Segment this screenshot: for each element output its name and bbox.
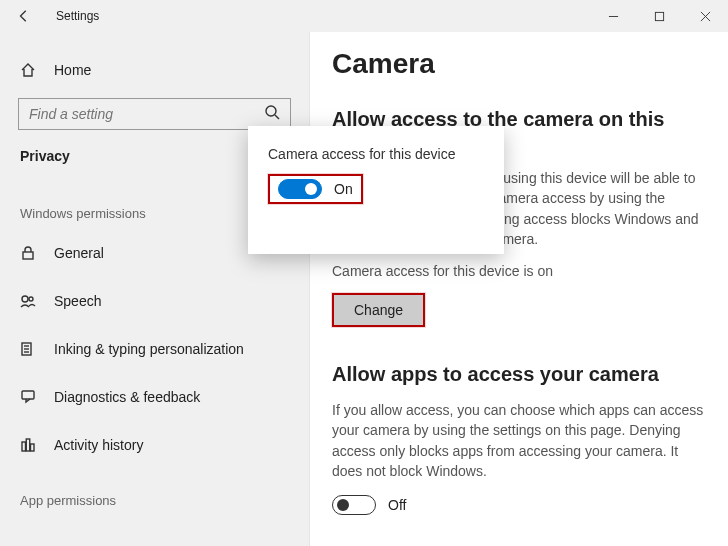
sidebar-item-speech[interactable]: Speech <box>0 277 309 325</box>
search-input[interactable] <box>29 106 264 122</box>
svg-point-7 <box>22 296 28 302</box>
sidebar-group-app-permissions: App permissions <box>0 469 309 516</box>
maximize-button[interactable] <box>636 0 682 32</box>
sidebar-item-label: Speech <box>54 293 101 309</box>
minimize-button[interactable] <box>590 0 636 32</box>
sidebar-item-home[interactable]: Home <box>0 50 309 90</box>
device-access-toggle-label: On <box>334 181 353 197</box>
main-content: Camera Allow access to the camera on thi… <box>310 32 728 546</box>
svg-point-8 <box>29 297 33 301</box>
settings-window: Settings Home Privacy <box>0 0 728 546</box>
device-access-toggle[interactable] <box>278 179 322 199</box>
sidebar-item-label: Diagnostics & feedback <box>54 389 200 405</box>
section1-status: Camera access for this device is on <box>332 263 706 279</box>
svg-rect-13 <box>22 391 34 399</box>
home-icon <box>20 62 36 78</box>
svg-rect-6 <box>23 252 33 259</box>
apps-access-toggle[interactable] <box>332 495 376 515</box>
highlight-toggle: On <box>268 174 363 204</box>
svg-rect-1 <box>655 12 663 20</box>
lock-icon <box>20 245 36 261</box>
change-button[interactable]: Change <box>334 295 423 325</box>
apps-access-toggle-label: Off <box>388 497 406 513</box>
history-icon <box>20 437 36 453</box>
sidebar-item-label: Home <box>54 62 91 78</box>
close-button[interactable] <box>682 0 728 32</box>
sidebar-item-label: Inking & typing personalization <box>54 341 244 357</box>
svg-line-5 <box>275 115 279 119</box>
camera-access-popup: Camera access for this device On <box>248 126 504 254</box>
speech-icon <box>20 293 36 309</box>
highlight-change: Change <box>332 293 425 327</box>
sidebar-item-label: General <box>54 245 104 261</box>
title-bar: Settings <box>0 0 728 32</box>
window-caption-buttons <box>590 0 728 32</box>
sidebar: Home Privacy Windows permissions General <box>0 32 310 546</box>
section2-description: If you allow access, you can choose whic… <box>332 400 706 481</box>
sidebar-item-label: Activity history <box>54 437 143 453</box>
feedback-icon <box>20 389 36 405</box>
svg-rect-14 <box>22 442 26 451</box>
window-title: Settings <box>56 9 99 23</box>
search-icon <box>264 104 280 124</box>
svg-rect-15 <box>26 439 30 451</box>
sidebar-item-inking[interactable]: Inking & typing personalization <box>0 325 309 373</box>
popup-title: Camera access for this device <box>268 146 484 162</box>
inking-icon <box>20 341 36 357</box>
sidebar-item-diagnostics[interactable]: Diagnostics & feedback <box>0 373 309 421</box>
svg-point-4 <box>266 106 276 116</box>
sidebar-item-activity[interactable]: Activity history <box>0 421 309 469</box>
svg-rect-16 <box>31 444 35 451</box>
page-title: Camera <box>332 48 706 80</box>
back-button[interactable] <box>0 0 48 32</box>
section2-title: Allow apps to access your camera <box>332 363 706 386</box>
